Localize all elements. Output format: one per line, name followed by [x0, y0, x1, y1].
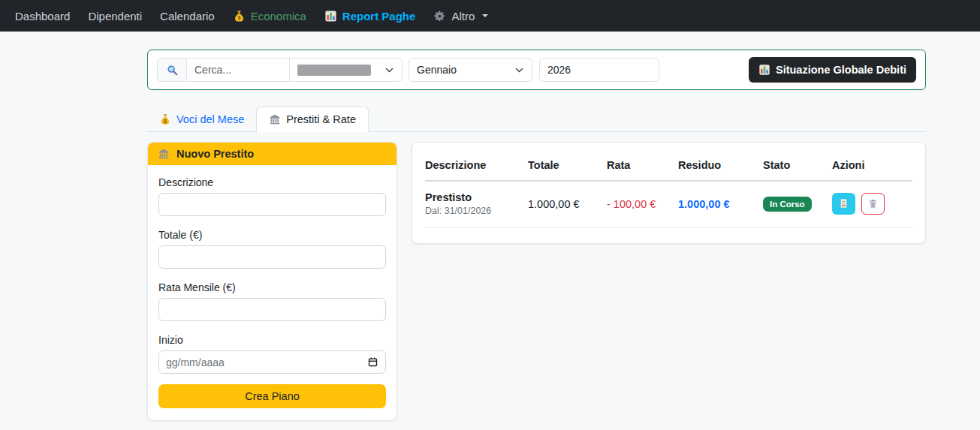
header-rata: Rata [607, 147, 678, 181]
loans-table-card: Descrizione Totale Rata Residuo Stato Az… [412, 142, 926, 244]
nav-item-report-paghe[interactable]: Report Paghe [315, 0, 425, 32]
view-installments-button[interactable] [832, 193, 855, 215]
start-date-label: Inizio [158, 334, 386, 346]
global-debts-label: Situazione Globale Debiti [776, 64, 906, 76]
description-field[interactable] [158, 193, 386, 216]
chevron-down-icon [384, 65, 394, 75]
header-residuo: Residuo [678, 147, 763, 181]
chevron-down-icon [482, 14, 488, 17]
date-placeholder: gg/mm/aaaa [166, 356, 225, 368]
nav-altro-label: Altro [451, 10, 475, 23]
loan-installment: - 100,00 € [607, 181, 678, 228]
installment-field[interactable] [158, 298, 386, 321]
nav-dipendenti-label: Dipendenti [88, 10, 142, 23]
search-icon [166, 64, 179, 77]
start-date-field[interactable]: gg/mm/aaaa [158, 350, 386, 374]
chevron-down-icon [514, 65, 524, 75]
new-loan-card: Nuovo Prestito Descrizione Totale (€) Ra… [147, 142, 397, 421]
svg-text:$: $ [164, 119, 167, 125]
receipt-icon [838, 198, 849, 209]
search-button[interactable] [157, 58, 187, 82]
employee-select[interactable] [290, 58, 403, 82]
nav-item-dashboard[interactable]: Dashboard [6, 0, 79, 32]
calendar-icon[interactable] [367, 356, 378, 368]
money-bag-icon: $ [159, 113, 171, 125]
loan-start-date: Dal: 31/01/2026 [425, 206, 523, 216]
status-badge: In Corso [763, 197, 812, 212]
table-header-row: Descrizione Totale Rata Residuo Stato Az… [425, 147, 912, 181]
header-descrizione: Descrizione [425, 147, 528, 181]
new-loan-card-title: Nuovo Prestito [176, 148, 254, 160]
nav-report-paghe-label: Report Paghe [342, 10, 416, 23]
year-input[interactable] [539, 58, 659, 82]
header-stato: Stato [763, 147, 832, 181]
header-totale: Totale [528, 147, 607, 181]
loan-description: Prestisto [425, 191, 523, 203]
delete-loan-button[interactable] [861, 193, 885, 215]
global-debts-button[interactable]: Situazione Globale Debiti [749, 57, 916, 83]
tab-bar: $ Voci del Mese Prestiti & Rate [147, 107, 926, 132]
filter-bar: Gennaio Situazione Globale Debiti [147, 50, 926, 90]
nav-dashboard-label: Dashboard [15, 10, 70, 23]
tab-voci-label: Voci del Mese [176, 113, 244, 125]
bank-icon [158, 148, 170, 160]
nav-item-dipendenti[interactable]: Dipendenti [79, 0, 151, 32]
create-plan-button[interactable]: Crea Piano [158, 384, 386, 408]
nav-economica-label: Economica [251, 10, 306, 23]
description-label: Descrizione [158, 176, 386, 188]
table-row: Prestisto Dal: 31/01/2026 1.000,00 € - 1… [425, 181, 912, 228]
gear-icon [433, 10, 446, 23]
redacted-employee-name [297, 65, 371, 76]
loan-residual: 1.000,00 € [678, 181, 763, 228]
nav-item-calendario[interactable]: Calendario [151, 0, 224, 32]
bank-icon [269, 113, 281, 125]
loans-table: Descrizione Totale Rata Residuo Stato Az… [425, 147, 912, 228]
nav-calendario-label: Calendario [160, 10, 215, 23]
bar-chart-icon [324, 10, 337, 23]
tab-prestiti-rate[interactable]: Prestiti & Rate [256, 107, 369, 132]
total-label: Totale (€) [158, 229, 386, 241]
nav-item-economica[interactable]: $ Economica [224, 0, 315, 32]
installment-label: Rata Mensile (€) [158, 281, 386, 293]
search-input[interactable] [187, 58, 290, 82]
month-select-value: Gennaio [417, 64, 457, 76]
top-navbar: Dashboard Dipendenti Calendario $ Econom… [0, 0, 980, 32]
tab-prestiti-label: Prestiti & Rate [286, 113, 356, 125]
loan-total: 1.000,00 € [528, 181, 607, 228]
total-field[interactable] [158, 245, 386, 269]
search-group [157, 58, 403, 82]
tab-voci-del-mese[interactable]: $ Voci del Mese [147, 107, 256, 131]
trash-icon [867, 198, 879, 209]
month-select[interactable]: Gennaio [409, 58, 532, 82]
new-loan-card-header: Nuovo Prestito [148, 143, 397, 165]
svg-text:$: $ [237, 15, 240, 21]
money-bag-icon: $ [233, 10, 246, 23]
bar-chart-icon [758, 64, 770, 76]
header-azioni: Azioni [832, 147, 912, 181]
nav-item-altro[interactable]: Altro [424, 0, 497, 32]
